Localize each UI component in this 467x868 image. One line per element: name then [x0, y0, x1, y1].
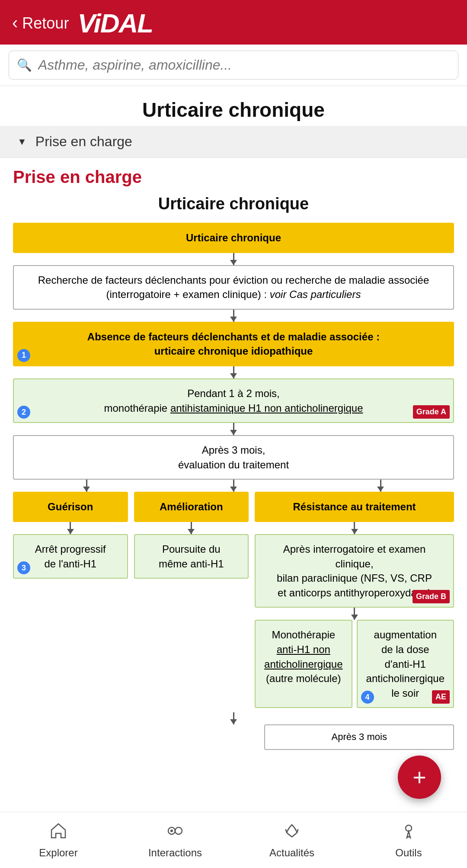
fc-node-amelioration: Amélioration — [134, 492, 249, 522]
fc-node-guerison: Guérison — [13, 492, 128, 522]
three-col-outcomes: Guérison Arrêt progressifde l'anti-H1 3 … — [13, 492, 454, 708]
page-title-section: Urticaire chronique — [0, 86, 467, 126]
col-amelioration: Amélioration Poursuite dumême anti-H1 — [134, 492, 249, 708]
nav-item-actualites[interactable]: Actualités — [234, 812, 350, 868]
col3-arrow-1 — [354, 522, 355, 534]
fc-arrow-4 — [233, 423, 234, 435]
search-icon: 🔍 — [17, 58, 32, 72]
app-header: ‹ Retour ViDAL — [0, 0, 467, 45]
fc-arrow-2 — [233, 310, 234, 322]
fc-node-poursuite: Poursuite dumême anti-H1 — [134, 534, 249, 579]
main-content: Urticaire chronique ▼ Prise en charge Pr… — [0, 86, 467, 823]
flowchart: Urticaire chronique Recherche de facteur… — [13, 223, 454, 750]
bottom-arrow-wrapper — [88, 712, 379, 724]
badge-1: 1 — [17, 349, 30, 362]
branch-arrow-center — [233, 480, 234, 492]
fab-icon: + — [413, 764, 426, 791]
tools-icon — [399, 821, 418, 843]
grade-b-badge: Grade B — [413, 590, 450, 603]
back-chevron-icon: ‹ — [12, 14, 18, 31]
search-input[interactable] — [38, 57, 450, 73]
nav-item-outils[interactable]: Outils — [350, 812, 467, 868]
search-input-wrapper[interactable]: 🔍 — [9, 51, 458, 80]
page-title: Urticaire chronique — [17, 98, 450, 122]
svg-point-2 — [170, 830, 173, 832]
bottom-partial-box-wrapper: Après 3 mois — [264, 724, 454, 750]
fc-node-3: Absence de facteurs déclenchants et de m… — [13, 322, 454, 366]
badge-2: 2 — [17, 406, 30, 419]
fc-node-resistance: Résistance au traitement — [255, 492, 454, 522]
fc-node-soir: augmentationde la dosed'anti-H1anticholi… — [357, 620, 454, 708]
branch-arrow-right — [380, 480, 381, 492]
col-guerison: Guérison Arrêt progressifde l'anti-H1 3 — [13, 492, 128, 708]
fab-button[interactable]: + — [398, 756, 441, 799]
nav-label-outils: Outils — [395, 847, 422, 859]
bottom-arrow — [233, 712, 234, 724]
section-nav-dropdown[interactable]: ▼ Prise en charge — [0, 126, 467, 158]
vidal-logo: ViDAL — [77, 8, 153, 38]
col-resistance: Résistance au traitement Après interroga… — [255, 492, 454, 708]
flowchart-title: Urticaire chronique — [13, 195, 454, 213]
bottom-nav: Explorer Interactions Actualités — [0, 812, 467, 868]
flowchart-container: Urticaire chronique Urticaire chronique … — [0, 190, 467, 763]
fc-node-arret: Arrêt progressifde l'anti-H1 3 — [13, 534, 128, 579]
branch-arrow-left — [86, 480, 87, 492]
badge-4: 4 — [361, 691, 374, 704]
back-button[interactable]: ‹ Retour — [12, 14, 69, 32]
col2-arrow — [191, 522, 192, 534]
col1-arrow — [70, 522, 71, 534]
section-heading-text: Prise en charge — [13, 167, 142, 186]
badge-3: 3 — [17, 561, 30, 574]
back-label: Retour — [22, 14, 69, 32]
fc-node-5: Après 3 mois,évaluation du traitement — [13, 435, 454, 480]
nav-label-interactions: Interactions — [148, 847, 202, 859]
news-icon — [282, 821, 301, 843]
fc-node-4: Pendant 1 à 2 mois,monothérapie antihist… — [13, 378, 454, 423]
fc-node-1: Urticaire chronique — [13, 223, 454, 253]
ae-badge: AE — [432, 690, 450, 704]
nav-label-explorer: Explorer — [39, 847, 77, 859]
bottom-partial-box: Après 3 mois — [264, 724, 454, 750]
fc-node-mono: Monothérapieanti-H1 nonanticholinergique… — [255, 620, 352, 708]
bottom-row — [13, 708, 454, 724]
interactions-icon — [166, 821, 185, 843]
dropdown-arrow-icon: ▼ — [17, 136, 27, 147]
home-icon — [49, 821, 68, 843]
nav-item-interactions[interactable]: Interactions — [117, 812, 234, 868]
svg-point-1 — [175, 827, 182, 834]
col3-subrow: Monothérapieanti-H1 nonanticholinergique… — [255, 620, 454, 708]
search-bar: 🔍 — [0, 45, 467, 86]
section-heading: Prise en charge — [0, 158, 467, 190]
fc-node-bilan: Après interrogatoire et examen clinique,… — [255, 534, 454, 608]
nav-label-actualites: Actualités — [269, 847, 314, 859]
section-nav-label: Prise en charge — [35, 134, 132, 150]
fc-arrow-1 — [233, 253, 234, 265]
nav-item-explorer[interactable]: Explorer — [0, 812, 117, 868]
fc-arrow-3 — [233, 366, 234, 378]
fc-node-2: Recherche de facteurs déclenchants pour … — [13, 265, 454, 310]
branch-arrows-row — [13, 480, 454, 492]
col3-arrow-2 — [354, 608, 355, 620]
grade-a-badge: Grade A — [413, 405, 450, 419]
